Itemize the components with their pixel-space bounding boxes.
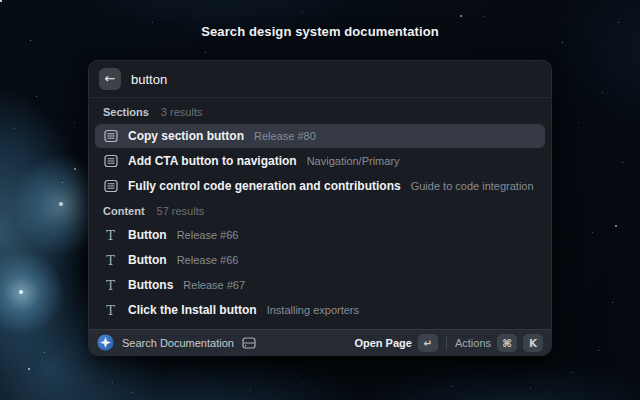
- group-label: Content: [103, 205, 145, 217]
- group-count: 3 results: [161, 106, 203, 118]
- group-header-sections: Sections 3 results: [95, 100, 545, 124]
- result-title: Button: [128, 228, 167, 242]
- result-subtitle: Installing exporters: [267, 304, 359, 316]
- actions-button[interactable]: Actions ⌘ K: [455, 334, 543, 352]
- result-subtitle: Release #66: [177, 229, 239, 241]
- result-title: Click the Install button: [128, 303, 257, 317]
- open-page-label: Open Page: [354, 337, 411, 349]
- text-icon: T: [103, 304, 118, 317]
- text-icon: T: [103, 279, 118, 292]
- result-title: Fully control code generation and contri…: [128, 179, 401, 193]
- result-row[interactable]: T Button Release #66: [95, 248, 545, 272]
- back-arrow-icon: ←: [105, 68, 116, 90]
- k-key-icon: K: [523, 334, 543, 352]
- command-key-icon: ⌘: [497, 334, 517, 352]
- result-row[interactable]: T Buttons Release #67: [95, 273, 545, 297]
- back-button[interactable]: ←: [99, 68, 121, 90]
- result-row[interactable]: Copy section button Release #80: [95, 124, 545, 148]
- result-row[interactable]: Fully control code generation and contri…: [95, 174, 545, 198]
- search-modal: ← Sections 3 results Copy section button…: [88, 60, 552, 356]
- page-title: Search design system documentation: [0, 24, 640, 39]
- text-icon: T: [103, 254, 118, 267]
- result-title: Copy section button: [128, 129, 244, 143]
- result-row[interactable]: Add CTA button to navigation Navigation/…: [95, 149, 545, 173]
- results-list: Sections 3 results Copy section button R…: [89, 98, 551, 355]
- footer-divider: [446, 336, 447, 349]
- supernova-logo-icon: [97, 334, 114, 351]
- modal-footer: Search Documentation Open Page ↵ Actions…: [89, 329, 551, 355]
- brand-label: Search Documentation: [122, 337, 234, 349]
- open-page-button[interactable]: Open Page ↵: [354, 334, 437, 352]
- result-subtitle: Release #66: [177, 254, 239, 266]
- footer-brand: Search Documentation: [97, 334, 354, 351]
- result-row[interactable]: T Click the Install button Installing ex…: [95, 298, 545, 322]
- result-subtitle: Release #80: [254, 130, 316, 142]
- result-title: Button: [128, 253, 167, 267]
- enter-key-icon: ↵: [418, 334, 438, 352]
- group-count: 57 results: [157, 205, 205, 217]
- search-input[interactable]: [131, 72, 541, 87]
- result-row[interactable]: T Button Release #66: [95, 223, 545, 247]
- result-subtitle: Guide to code integration: [411, 180, 534, 192]
- result-subtitle: Release #67: [183, 279, 245, 291]
- result-subtitle: Navigation/Primary: [307, 155, 400, 167]
- search-bar: ←: [89, 61, 551, 98]
- window-icon: [242, 337, 256, 349]
- section-icon: [103, 179, 118, 193]
- group-header-content: Content 57 results: [95, 199, 545, 223]
- result-title: Buttons: [128, 278, 173, 292]
- footer-actions: Open Page ↵ Actions ⌘ K: [354, 334, 543, 352]
- group-label: Sections: [103, 106, 149, 118]
- text-icon: T: [103, 229, 118, 242]
- result-title: Add CTA button to navigation: [128, 154, 297, 168]
- starfield-glow: [0, 0, 2, 2]
- section-icon: [103, 129, 118, 143]
- section-icon: [103, 154, 118, 168]
- actions-label: Actions: [455, 337, 491, 349]
